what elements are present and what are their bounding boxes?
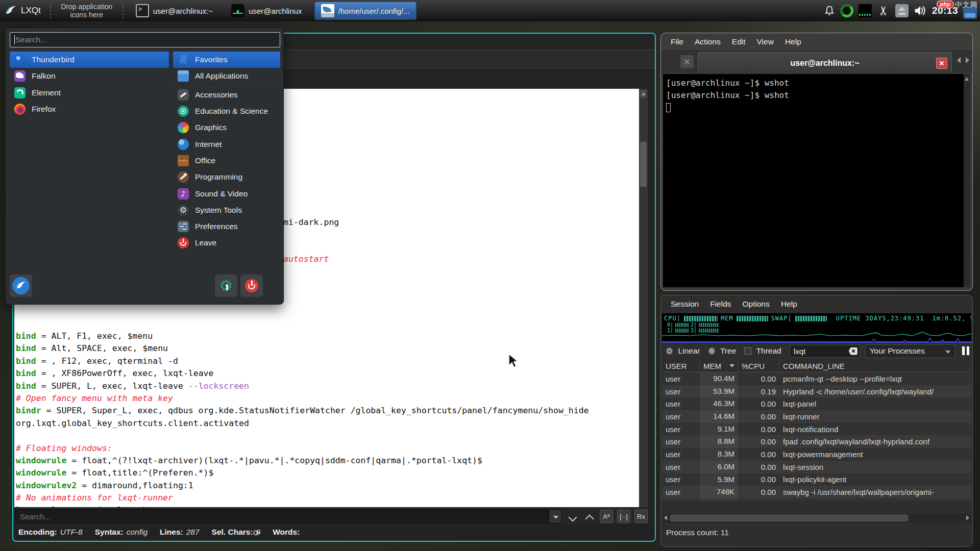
volume-speaker-icon[interactable] [914,4,927,17]
whole-word-button[interactable]: [··] [617,510,630,523]
favorite-app-item[interactable]: Falkon [10,68,169,84]
favorite-app-item[interactable]: Thunderbird [10,52,169,68]
category-item[interactable]: Accessories [173,87,280,103]
editor-search-input[interactable] [15,509,549,523]
process-row[interactable]: user 53.9M 0.19 Hyprland -c /home/user/.… [662,385,971,398]
col-user[interactable]: USER [662,360,700,372]
word-count-refresh-icon[interactable]: ⟳ [253,528,260,538]
process-filter-field[interactable] [790,345,860,358]
monitor-menu-item[interactable]: Session [666,298,703,310]
scroll-right-arrow-icon[interactable] [966,515,969,520]
process-row[interactable]: user 9.1M 0.00 lxqt-notificationd [662,423,971,436]
pause-updates-button[interactable] [961,345,971,357]
terminal-menu-item[interactable]: View [752,36,778,48]
tab-scroll-left-icon[interactable] [957,57,961,63]
category-item[interactable]: Preferences [173,218,280,235]
tab-scroll-right-icon[interactable] [966,57,969,63]
monitor-menu-item[interactable]: Fields [705,298,736,310]
configure-button[interactable]: ⚙ [215,274,237,297]
regex-button[interactable]: Rx [634,510,648,523]
hscroll-thumb[interactable] [670,515,908,521]
find-previous-button[interactable] [583,510,596,523]
cell-command: swaybg -i /usr/share/lxqt/wallpapers/ori… [779,488,971,496]
process-row[interactable]: user 256K 0.00 sh -c lxqt-session && hyp… [662,498,971,501]
tree-radio[interactable] [708,347,715,355]
category-item[interactable]: Leave [173,235,280,251]
category-item[interactable]: Office [173,153,280,169]
tab-close-icon[interactable] [936,58,947,69]
panel-separator [49,3,52,18]
favorite-app-item[interactable]: Element [10,85,169,101]
terminal-menu-item[interactable]: Actions [690,36,725,48]
lxqt-menu-button[interactable]: LXQt [0,0,47,21]
process-row[interactable]: user 6.0M 0.00 lxqt-session [662,461,971,473]
favorite-app-item[interactable]: Firefox [10,101,169,117]
category-item[interactable]: Favorites [173,52,280,68]
match-case-button[interactable]: Aª [600,510,613,523]
process-row[interactable]: user 748K 0.00 swaybg -i /usr/share/lxqt… [662,486,971,498]
col-command-line[interactable]: COMMAND_LINE [779,360,971,372]
code-line: windowrulev2 = dimaround,floating:1 [16,480,589,492]
category-label: Office [195,156,215,165]
tree-label[interactable]: Tree [720,346,736,356]
terminal-tab[interactable]: user@archlinux:~ [698,52,952,73]
linear-label[interactable]: Linear [678,346,700,356]
scroll-left-arrow-icon[interactable] [664,515,667,520]
monitor-menubar: SessionFieldsOptionsHelp [661,295,972,313]
task-window-title: user@archlinux [249,7,302,15]
category-item[interactable]: ♪ Sound & Video [173,185,280,202]
process-row[interactable]: user 90.4M 0.00 pcmanfm-qt --desktop --p… [662,372,971,385]
clipboard-scissors-icon[interactable]: ✂ [877,4,890,17]
qterminal-window: FileActionsEditViewHelp user@archlinux:~… [660,33,973,291]
search-history-dropdown[interactable] [549,509,562,523]
terminal-scrollbar[interactable] [964,74,970,287]
taskbar-button[interactable]: user@archlinux [225,2,308,20]
category-item[interactable]: ⚙ System Tools [173,202,280,218]
category-item[interactable]: Education & Science [173,103,280,119]
cell-command: lxqt-panel [779,399,971,408]
scrollbar-thumb[interactable] [640,142,647,187]
resource-ring-tray-icon[interactable] [840,4,853,17]
close-tab-corner-button[interactable] [680,55,694,68]
process-scope-select[interactable]: Your Processes [865,344,956,358]
editor-vertical-scrollbar[interactable] [639,89,648,507]
menu-search-input[interactable] [10,33,280,47]
menu-search-box[interactable] [10,32,280,47]
leave-button[interactable] [240,274,263,297]
process-row[interactable]: user 8.3M 0.00 lxqt-powermanagement [662,448,971,461]
cell-command: lxqt-runner [779,412,971,421]
cell-user: user [662,437,700,446]
cell-mem: 14.6M [700,410,738,423]
terminal-menu-item[interactable]: File [666,36,688,48]
taskbar-button[interactable]: user@archlinux:~ [130,2,219,20]
category-item[interactable]: Graphics [173,119,280,136]
terminal-menu-item[interactable]: Help [780,36,806,48]
category-label: Favorites [195,55,228,64]
terminal-menu-item[interactable]: Edit [727,36,750,48]
code-line: layerrule = noanim, launcher [16,504,589,507]
scroll-up-arrow-icon[interactable] [640,90,647,98]
find-next-button[interactable] [566,510,579,523]
process-row[interactable]: user 14.6M 0.00 lxqt-runner [662,410,971,423]
category-item[interactable]: Programming [173,169,280,185]
thread-checkbox[interactable] [744,347,751,355]
col-cpu[interactable]: %CPU [738,360,779,372]
notifications-bell-icon[interactable] [824,5,835,17]
monitor-horizontal-scrollbar[interactable] [662,514,971,523]
category-item[interactable]: Internet [173,136,280,152]
process-row[interactable]: user 8.8M 0.00 fpad .config/lxqt/wayland… [662,435,971,448]
cpu-graph-tray-icon[interactable] [859,4,872,17]
process-row[interactable]: user 46.3M 0.00 lxqt-panel [662,397,971,410]
top-panel: LXQt Drop application icons here user@ar… [0,0,980,21]
removable-media-eject-icon[interactable] [895,4,909,17]
thread-label[interactable]: Thread [756,346,781,356]
monitor-menu-item[interactable]: Help [776,298,802,310]
category-item[interactable]: All Applications [173,68,280,84]
linear-radio[interactable] [666,347,673,355]
about-lxqt-button[interactable] [10,274,32,297]
terminal-screen[interactable]: [user@archlinux ~]$ wshot[user@archlinux… [663,74,964,287]
col-mem[interactable]: MEM [700,360,738,372]
process-row[interactable]: user 5.9M 0.00 lxqt-policykit-agent [662,473,971,486]
monitor-menu-item[interactable]: Options [738,298,774,310]
taskbar-button[interactable]: /home/user/.config/... [314,2,416,20]
